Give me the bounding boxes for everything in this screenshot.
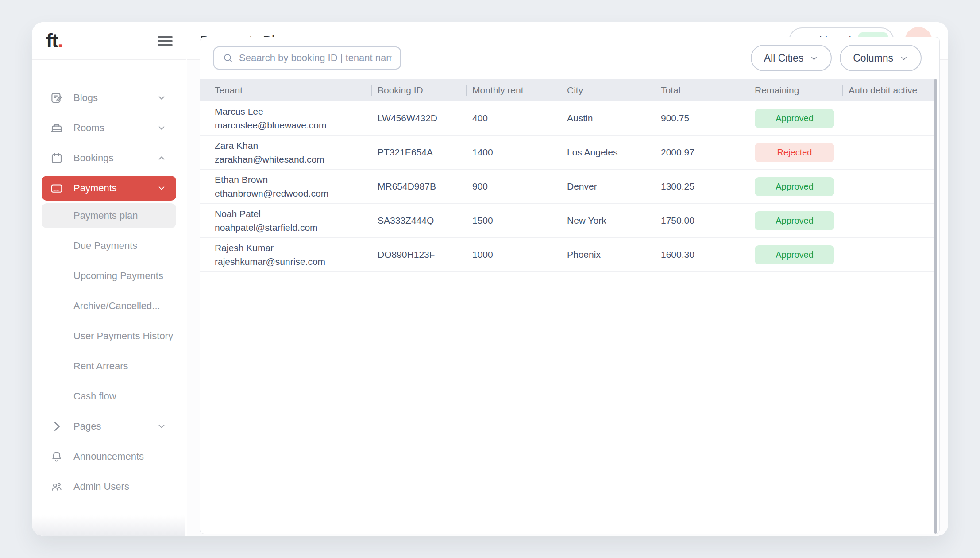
table-row[interactable]: Rajesh Kumar rajeshkumar@sunrise.com DO8…	[200, 238, 935, 272]
column-header-total: Total	[655, 79, 749, 101]
sidebar-item-due-payments[interactable]: Due Payments	[42, 231, 176, 261]
tenant-name: Ethan Brown	[215, 173, 371, 186]
app-window: ft. Blogs Rooms Bookings Payments	[32, 22, 948, 536]
sidebar-item-bookings[interactable]: Bookings	[42, 143, 176, 173]
sidebar: ft. Blogs Rooms Bookings Payments	[32, 22, 186, 536]
monthly-rent-cell: 1400	[466, 147, 561, 158]
tenant-name: Rajesh Kumar	[215, 241, 371, 255]
table-row[interactable]: Zara Khan zarakhan@whitesand.com PT321E6…	[200, 136, 935, 170]
sidebar-item-admin-users[interactable]: Admin Users	[42, 472, 176, 502]
chevron-down-icon	[157, 93, 166, 103]
columns-button[interactable]: Columns	[840, 45, 922, 71]
total-cell: 900.75	[655, 113, 749, 124]
sidebar-subitem-label: Archive/Cancelled...	[73, 300, 160, 312]
sidebar-item-archive-cancelled[interactable]: Archive/Cancelled...	[42, 291, 176, 321]
sidebar-item-label: Bookings	[73, 152, 147, 164]
sidebar-item-upcoming-payments[interactable]: Upcoming Payments	[42, 261, 176, 291]
column-header-booking-id: Booking ID	[371, 79, 466, 101]
total-cell: 1300.25	[655, 181, 749, 192]
sidebar-subitem-label: Due Payments	[73, 240, 137, 252]
columns-button-label: Columns	[853, 52, 893, 64]
tenant-email: noahpatel@starfield.com	[215, 221, 371, 234]
city-filter-label: All Cities	[764, 52, 803, 64]
sidebar-item-label: Rooms	[73, 122, 147, 134]
chevron-down-icon	[810, 54, 818, 62]
status-badge: Approved	[755, 245, 834, 264]
table-header-row: Tenant Booking ID Monthly rent City Tota…	[200, 79, 935, 101]
sidebar-item-label: Blogs	[73, 92, 147, 104]
booking-id-cell: PT321E654A	[371, 147, 466, 158]
sidebar-item-label: Admin Users	[73, 481, 147, 492]
credit-card-icon	[50, 181, 64, 195]
chevron-down-icon	[157, 123, 166, 133]
total-cell: 1750.00	[655, 215, 749, 226]
sidebar-item-payments-plan[interactable]: Payments plan	[42, 203, 176, 228]
search-icon	[222, 52, 234, 64]
brand-logo: ft.	[46, 29, 62, 52]
sidebar-subitem-label: Rent Arrears	[73, 360, 128, 372]
status-badge: Approved	[755, 109, 834, 128]
payments-table: Tenant Booking ID Monthly rent City Tota…	[200, 79, 935, 272]
search-box	[213, 46, 401, 70]
tenant-email: marcuslee@bluewave.com	[215, 118, 371, 132]
sidebar-item-label: Announcements	[73, 451, 147, 462]
city-cell: New York	[561, 215, 655, 226]
monthly-rent-cell: 900	[466, 181, 561, 192]
sidebar-subitem-label: Upcoming Payments	[73, 270, 163, 282]
total-cell: 1600.30	[655, 249, 749, 260]
column-header-city: City	[561, 79, 655, 101]
total-cell: 2000.97	[655, 147, 749, 158]
sidebar-item-rooms[interactable]: Rooms	[42, 113, 176, 143]
payments-plan-card: All Cities Columns Tenant Booking ID Mon…	[200, 37, 940, 534]
sidebar-item-label: Payments	[73, 182, 147, 194]
sidebar-item-pages[interactable]: Pages	[42, 411, 176, 442]
monthly-rent-cell: 1000	[466, 249, 561, 260]
sidebar-item-user-payments-history[interactable]: User Payments History	[42, 321, 176, 351]
status-badge: Approved	[755, 211, 834, 230]
hamburger-menu-icon[interactable]	[158, 32, 173, 50]
column-header-tenant: Tenant	[200, 79, 371, 101]
tenant-email: ethanbrown@redwood.com	[215, 186, 371, 200]
column-header-remaining: Remaining	[749, 79, 842, 101]
monthly-rent-cell: 1500	[466, 215, 561, 226]
chevron-right-icon	[50, 419, 64, 434]
city-cell: Austin	[561, 113, 655, 124]
tenant-email: zarakhan@whitesand.com	[215, 152, 371, 166]
sidebar-item-label: Pages	[73, 421, 147, 432]
sidebar-item-cash-flow[interactable]: Cash flow	[42, 381, 176, 411]
booking-id-cell: LW456W432D	[371, 113, 466, 124]
column-header-auto-debit: Auto debit active	[842, 79, 935, 101]
sidebar-item-rent-arrears[interactable]: Rent Arrears	[42, 351, 176, 381]
sidebar-item-payments[interactable]: Payments	[42, 176, 176, 201]
tenant-email: rajeshkumar@sunrise.com	[215, 255, 371, 268]
chevron-down-icon	[157, 183, 166, 193]
main-area: Payments Plan Dashboard NEW U All Cities	[187, 22, 948, 536]
city-cell: Los Angeles	[561, 147, 655, 158]
table-row[interactable]: Ethan Brown ethanbrown@redwood.com MR654…	[200, 170, 935, 204]
monthly-rent-cell: 400	[466, 113, 561, 124]
bed-icon	[50, 121, 64, 135]
chevron-down-icon	[157, 422, 166, 431]
vertical-scrollbar[interactable]	[934, 79, 937, 534]
logo-dot: .	[58, 29, 62, 52]
table-row[interactable]: Noah Patel noahpatel@starfield.com SA333…	[200, 204, 935, 238]
sidebar-item-announcements[interactable]: Announcements	[42, 442, 176, 472]
sidebar-item-blogs[interactable]: Blogs	[42, 83, 176, 113]
sidebar-subitem-label: Cash flow	[73, 391, 116, 402]
chevron-up-icon	[157, 153, 166, 163]
calendar-icon	[50, 151, 64, 165]
sidebar-nav: Blogs Rooms Bookings Payments Payments p…	[32, 60, 186, 502]
table-row[interactable]: Marcus Lee marcuslee@bluewave.com LW456W…	[200, 101, 935, 136]
city-cell: Denver	[561, 181, 655, 192]
bell-icon	[50, 450, 64, 464]
city-filter-button[interactable]: All Cities	[751, 45, 832, 71]
sidebar-subitem-label: User Payments History	[73, 330, 173, 342]
search-input[interactable]	[239, 52, 392, 64]
column-header-monthly-rent: Monthly rent	[466, 79, 561, 101]
tenant-name: Zara Khan	[215, 139, 371, 152]
sidebar-subitem-label: Payments plan	[73, 210, 138, 221]
table-toolbar: All Cities Columns	[200, 37, 939, 79]
status-badge: Rejected	[755, 143, 834, 162]
tenant-name: Marcus Lee	[215, 105, 371, 118]
status-badge: Approved	[755, 177, 834, 196]
